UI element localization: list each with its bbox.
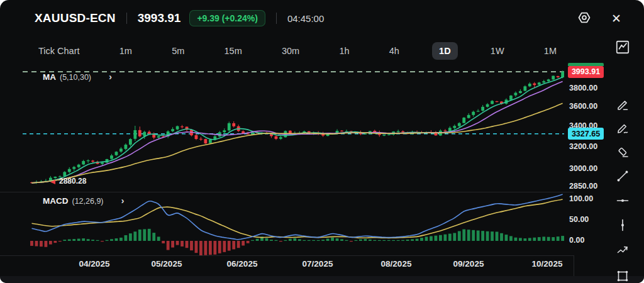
time-tick: 09/2025	[447, 259, 491, 269]
time-tick: 06/2025	[220, 259, 264, 269]
tool-vertical-line[interactable]	[614, 216, 631, 234]
tool-trend-line[interactable]	[614, 167, 631, 185]
price-tick: 3000.00	[569, 164, 597, 173]
panel-divider	[0, 192, 574, 192]
tool-rectangle[interactable]	[614, 267, 631, 283]
tool-trend-arrow[interactable]	[614, 241, 631, 258]
price-tick: 3200.00	[569, 142, 597, 151]
trend-line-icon	[615, 169, 630, 184]
macd-tick: 100.00	[569, 194, 593, 203]
vertical-line-icon	[615, 218, 630, 233]
trading-app-window: XAUUSD-ECN 3993.91 +9.39 (+0.24%) 04:45:…	[0, 0, 644, 283]
first-low-label: 2880.28	[59, 177, 86, 186]
screenshot-stage: XAUUSD-ECN 3993.91 +9.39 (+0.24%) 04:45:…	[0, 0, 644, 283]
time-tick: 04/2025	[72, 259, 116, 269]
macd-tick: 0.00	[569, 236, 584, 245]
chevron-right-icon: ›	[109, 72, 112, 81]
time-tick: 08/2025	[374, 259, 418, 269]
drawing-toolbar	[601, 31, 644, 283]
horizontal-line-icon	[615, 193, 630, 208]
line-chart-icon	[614, 39, 631, 55]
price-tick: 3800.00	[569, 84, 597, 92]
pencil-icon	[615, 97, 630, 113]
time-axis[interactable]: 04/202505/202506/202507/202508/202509/20…	[0, 256, 574, 275]
tool-chart-style[interactable]	[613, 38, 632, 57]
time-tick: 07/2025	[296, 259, 340, 269]
macd-name: MACD	[43, 196, 69, 206]
brush-pencil-icon	[615, 121, 630, 136]
tool-brush[interactable]	[614, 119, 631, 137]
price-chart-canvas[interactable]	[0, 0, 644, 283]
rectangle-shape-icon	[615, 269, 630, 283]
price-tick: 3600.00	[569, 102, 597, 111]
price-tick: 2850.00	[569, 182, 597, 191]
chevron-right-icon: ›	[121, 196, 125, 205]
ask-price-strip	[568, 63, 604, 66]
time-tick: 05/2025	[145, 259, 189, 269]
last-price-badge: 3993.91	[568, 66, 604, 78]
eraser-icon	[615, 145, 630, 160]
ma-indicator-label[interactable]: MA (5,10,30) ›	[43, 72, 112, 82]
macd-tick: 50.00	[569, 215, 589, 224]
ma-name: MA	[43, 72, 56, 82]
arrow-zigzag-icon	[615, 242, 630, 257]
tool-horizontal-line[interactable]	[614, 192, 631, 209]
macd-indicator-label[interactable]: MACD (12,26,9) ›	[43, 196, 125, 206]
ma-params: (5,10,30)	[60, 73, 91, 82]
price-axis[interactable]: 3993.91 3327.65 3800.003600.003400.00320…	[568, 0, 604, 283]
level-price-badge: 3327.65	[568, 128, 604, 140]
macd-params: (12,26,9)	[72, 197, 104, 206]
tool-draw[interactable]	[614, 96, 631, 114]
time-tick: 10/2025	[525, 259, 569, 269]
tool-eraser[interactable]	[614, 143, 631, 161]
